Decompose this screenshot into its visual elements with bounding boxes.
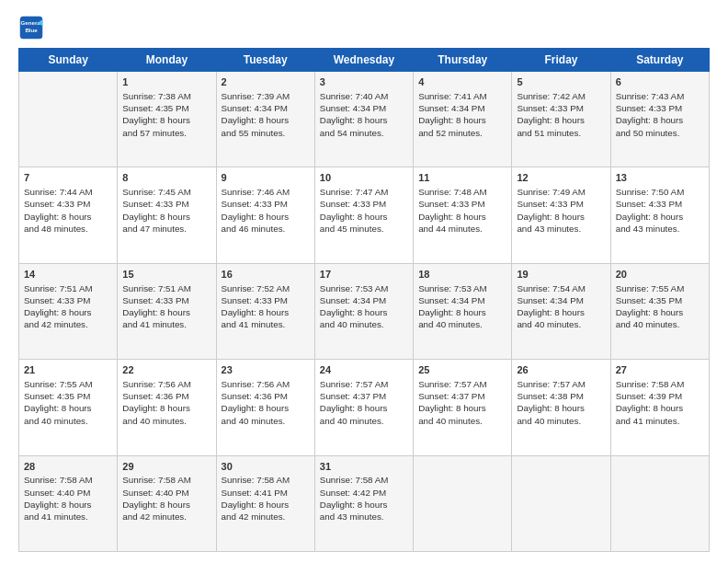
day-number: 23 — [222, 363, 310, 377]
day-number: 22 — [122, 363, 210, 377]
cell-content: Sunrise: 7:51 AM Sunset: 4:33 PM Dayligh… — [24, 282, 112, 331]
calendar-cell: 31Sunrise: 7:58 AM Sunset: 4:42 PM Dayli… — [314, 455, 413, 551]
calendar-cell: 21Sunrise: 7:55 AM Sunset: 4:35 PM Dayli… — [19, 360, 118, 455]
cell-content: Sunrise: 7:45 AM Sunset: 4:33 PM Dayligh… — [122, 186, 210, 235]
cell-content: Sunrise: 7:44 AM Sunset: 4:33 PM Dayligh… — [24, 186, 112, 235]
day-number: 4 — [418, 75, 506, 89]
day-number: 19 — [517, 268, 605, 282]
cell-content: Sunrise: 7:40 AM Sunset: 4:34 PM Dayligh… — [320, 90, 408, 139]
day-number: 28 — [24, 460, 112, 474]
cell-content: Sunrise: 7:42 AM Sunset: 4:33 PM Dayligh… — [517, 90, 605, 139]
cell-content: Sunrise: 7:55 AM Sunset: 4:35 PM Dayligh… — [24, 378, 112, 427]
day-header-wednesday: Wednesday — [314, 49, 413, 72]
day-header-saturday: Saturday — [610, 49, 709, 72]
svg-text:Blue: Blue — [25, 27, 38, 33]
day-number: 3 — [320, 75, 408, 89]
day-number: 18 — [418, 268, 506, 282]
calendar-cell: 25Sunrise: 7:57 AM Sunset: 4:37 PM Dayli… — [414, 360, 512, 455]
calendar-cell: 13Sunrise: 7:50 AM Sunset: 4:33 PM Dayli… — [610, 167, 709, 263]
day-number: 27 — [616, 363, 704, 377]
calendar-cell — [610, 455, 709, 551]
day-number: 12 — [517, 171, 605, 185]
calendar-cell: 11Sunrise: 7:48 AM Sunset: 4:33 PM Dayli… — [414, 167, 512, 263]
calendar-cell: 5Sunrise: 7:42 AM Sunset: 4:33 PM Daylig… — [512, 72, 610, 167]
day-number: 14 — [24, 268, 112, 282]
cell-content: Sunrise: 7:53 AM Sunset: 4:34 PM Dayligh… — [418, 282, 506, 331]
calendar-cell — [414, 455, 512, 551]
day-number: 24 — [320, 363, 408, 377]
calendar-cell: 24Sunrise: 7:57 AM Sunset: 4:37 PM Dayli… — [314, 360, 413, 455]
week-row-3: 21Sunrise: 7:55 AM Sunset: 4:35 PM Dayli… — [19, 360, 710, 455]
cell-content: Sunrise: 7:41 AM Sunset: 4:34 PM Dayligh… — [418, 90, 506, 139]
calendar-body: 1Sunrise: 7:38 AM Sunset: 4:35 PM Daylig… — [19, 72, 710, 552]
week-row-1: 7Sunrise: 7:44 AM Sunset: 4:33 PM Daylig… — [19, 167, 710, 263]
days-header-row: SundayMondayTuesdayWednesdayThursdayFrid… — [19, 49, 710, 72]
cell-content: Sunrise: 7:50 AM Sunset: 4:33 PM Dayligh… — [616, 186, 704, 235]
header: General Blue — [18, 15, 710, 40]
calendar-cell: 3Sunrise: 7:40 AM Sunset: 4:34 PM Daylig… — [314, 72, 413, 167]
cell-content: Sunrise: 7:57 AM Sunset: 4:38 PM Dayligh… — [517, 378, 605, 427]
calendar-cell: 26Sunrise: 7:57 AM Sunset: 4:38 PM Dayli… — [512, 360, 610, 455]
calendar-table: SundayMondayTuesdayWednesdayThursdayFrid… — [18, 48, 710, 552]
day-number: 13 — [616, 171, 704, 185]
week-row-0: 1Sunrise: 7:38 AM Sunset: 4:35 PM Daylig… — [19, 72, 710, 167]
logo-icon: General Blue — [18, 15, 44, 40]
day-header-tuesday: Tuesday — [216, 49, 314, 72]
cell-content: Sunrise: 7:52 AM Sunset: 4:33 PM Dayligh… — [222, 282, 310, 331]
calendar-cell: 19Sunrise: 7:54 AM Sunset: 4:34 PM Dayli… — [512, 263, 610, 359]
week-row-4: 28Sunrise: 7:58 AM Sunset: 4:40 PM Dayli… — [19, 455, 710, 551]
cell-content: Sunrise: 7:47 AM Sunset: 4:33 PM Dayligh… — [320, 186, 408, 235]
day-number: 9 — [222, 171, 310, 185]
cell-content: Sunrise: 7:48 AM Sunset: 4:33 PM Dayligh… — [418, 186, 506, 235]
calendar-cell: 15Sunrise: 7:51 AM Sunset: 4:33 PM Dayli… — [118, 263, 216, 359]
day-number: 17 — [320, 268, 408, 282]
calendar-cell: 12Sunrise: 7:49 AM Sunset: 4:33 PM Dayli… — [512, 167, 610, 263]
calendar-cell: 1Sunrise: 7:38 AM Sunset: 4:35 PM Daylig… — [118, 72, 216, 167]
cell-content: Sunrise: 7:39 AM Sunset: 4:34 PM Dayligh… — [222, 90, 310, 139]
day-number: 26 — [517, 363, 605, 377]
cell-content: Sunrise: 7:38 AM Sunset: 4:35 PM Dayligh… — [122, 90, 210, 139]
day-number: 10 — [320, 171, 408, 185]
day-number: 29 — [122, 460, 210, 474]
calendar-cell: 9Sunrise: 7:46 AM Sunset: 4:33 PM Daylig… — [216, 167, 314, 263]
cell-content: Sunrise: 7:56 AM Sunset: 4:36 PM Dayligh… — [222, 378, 310, 427]
calendar-cell: 4Sunrise: 7:41 AM Sunset: 4:34 PM Daylig… — [414, 72, 512, 167]
calendar-cell: 6Sunrise: 7:43 AM Sunset: 4:33 PM Daylig… — [610, 72, 709, 167]
cell-content: Sunrise: 7:49 AM Sunset: 4:33 PM Dayligh… — [517, 186, 605, 235]
day-number: 31 — [320, 460, 408, 474]
day-number: 7 — [24, 171, 112, 185]
calendar-cell: 30Sunrise: 7:58 AM Sunset: 4:41 PM Dayli… — [216, 455, 314, 551]
calendar-cell: 16Sunrise: 7:52 AM Sunset: 4:33 PM Dayli… — [216, 263, 314, 359]
calendar-cell: 23Sunrise: 7:56 AM Sunset: 4:36 PM Dayli… — [216, 360, 314, 455]
calendar-cell: 17Sunrise: 7:53 AM Sunset: 4:34 PM Dayli… — [314, 263, 413, 359]
calendar-cell — [19, 72, 118, 167]
day-number: 8 — [122, 171, 210, 185]
cell-content: Sunrise: 7:58 AM Sunset: 4:40 PM Dayligh… — [24, 474, 112, 523]
day-number: 20 — [616, 268, 704, 282]
cell-content: Sunrise: 7:51 AM Sunset: 4:33 PM Dayligh… — [122, 282, 210, 331]
cell-content: Sunrise: 7:58 AM Sunset: 4:41 PM Dayligh… — [222, 474, 310, 523]
day-header-thursday: Thursday — [414, 49, 512, 72]
calendar-cell: 28Sunrise: 7:58 AM Sunset: 4:40 PM Dayli… — [19, 455, 118, 551]
day-number: 6 — [616, 75, 704, 89]
calendar-header: SundayMondayTuesdayWednesdayThursdayFrid… — [19, 49, 710, 72]
calendar-cell: 20Sunrise: 7:55 AM Sunset: 4:35 PM Dayli… — [610, 263, 709, 359]
page: General Blue SundayMondayTuesdayWednesda… — [0, 0, 728, 563]
day-header-friday: Friday — [512, 49, 610, 72]
calendar-cell: 2Sunrise: 7:39 AM Sunset: 4:34 PM Daylig… — [216, 72, 314, 167]
logo: General Blue — [18, 15, 48, 40]
calendar-cell: 27Sunrise: 7:58 AM Sunset: 4:39 PM Dayli… — [610, 360, 709, 455]
day-number: 21 — [24, 363, 112, 377]
cell-content: Sunrise: 7:56 AM Sunset: 4:36 PM Dayligh… — [122, 378, 210, 427]
day-number: 2 — [222, 75, 310, 89]
cell-content: Sunrise: 7:43 AM Sunset: 4:33 PM Dayligh… — [616, 90, 704, 139]
day-number: 11 — [418, 171, 506, 185]
cell-content: Sunrise: 7:53 AM Sunset: 4:34 PM Dayligh… — [320, 282, 408, 331]
calendar-cell: 18Sunrise: 7:53 AM Sunset: 4:34 PM Dayli… — [414, 263, 512, 359]
cell-content: Sunrise: 7:58 AM Sunset: 4:40 PM Dayligh… — [122, 474, 210, 523]
day-header-monday: Monday — [118, 49, 216, 72]
calendar-cell: 14Sunrise: 7:51 AM Sunset: 4:33 PM Dayli… — [19, 263, 118, 359]
week-row-2: 14Sunrise: 7:51 AM Sunset: 4:33 PM Dayli… — [19, 263, 710, 359]
day-number: 5 — [517, 75, 605, 89]
calendar-cell: 22Sunrise: 7:56 AM Sunset: 4:36 PM Dayli… — [118, 360, 216, 455]
